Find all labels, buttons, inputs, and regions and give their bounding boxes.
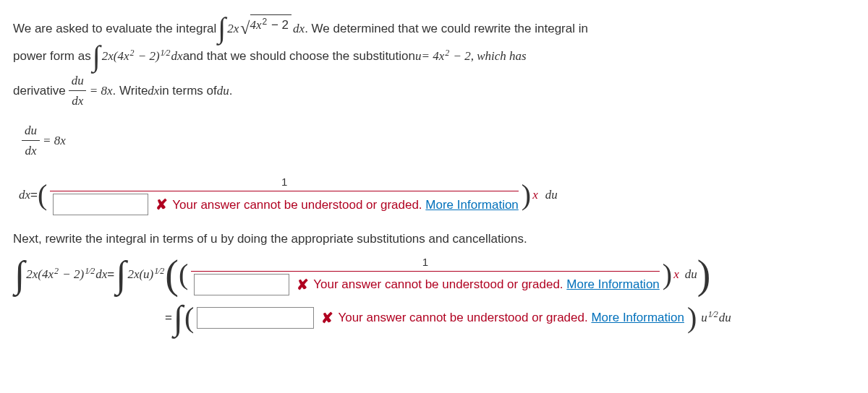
sqrt-icon: √ [240, 14, 250, 42]
more-info-link[interactable]: More Information [425, 195, 519, 215]
du: du [685, 264, 697, 284]
x-outside: x [532, 185, 538, 204]
wrong-icon: ✘ [156, 193, 168, 216]
power-form-line: power form as ∫ 2x(4x2 − 2)1⁄2 dx and th… [13, 46, 855, 66]
error-fraction: 1 ✘ Your answer cannot be understood or … [50, 173, 519, 216]
lhs: dx [19, 185, 30, 204]
eq: = [165, 308, 172, 327]
next-line: Next, rewrite the integral in terms of u… [13, 229, 855, 249]
answer-row-1: dx = ( 1 ✘ Your answer cannot be underst… [19, 173, 855, 216]
du: du [545, 185, 558, 204]
m: = 8x [90, 81, 113, 100]
u: u [415, 46, 422, 66]
eq: = [107, 264, 114, 284]
rhs: 2x(u)1⁄2 [127, 264, 165, 284]
answer-input-2[interactable] [194, 274, 289, 295]
answer-row-2: ∫ 2x(4x2 − 2)1⁄2dx = ∫ 2x(u)1⁄2 ( ( 1 ✘ … [13, 254, 855, 296]
fraction: du dx [22, 121, 40, 160]
error-fraction-2: 1 ✘ Your answer cannot be understood or … [191, 254, 660, 296]
derivative-line: derivative du dx = 8x . Write dx in term… [13, 71, 855, 111]
dx: dx [293, 19, 305, 38]
wrong-icon: ✘ [321, 306, 333, 329]
x-outside: x [673, 264, 679, 284]
more-info-link[interactable]: More Information [566, 275, 660, 294]
text: We are asked to evaluate the integral [13, 19, 216, 38]
answer-input-1[interactable] [53, 194, 148, 215]
fraction: du dx [69, 71, 87, 111]
text: and that we should choose the substituti… [183, 46, 415, 66]
error-message: Your answer cannot be understood or grad… [313, 275, 563, 294]
intro-line-1: We are asked to evaluate the integral ∫ … [13, 14, 855, 42]
error-message: Your answer cannot be understood or grad… [172, 195, 422, 215]
u-half-du: u1⁄2du [701, 308, 731, 327]
answer-input-3[interactable] [197, 307, 314, 329]
dx-i: dx [148, 81, 159, 100]
m: 2x(4x2 − 2)1⁄2 [102, 46, 171, 66]
sqrt: √ 4x2 − 2 [240, 14, 292, 42]
text: . Write [113, 81, 148, 100]
m: = 8x [43, 131, 66, 150]
error-message: Your answer cannot be understood or grad… [338, 308, 587, 327]
du-i: du [217, 81, 229, 100]
m: = 4x2 − 2, which has [421, 46, 526, 66]
eq: = [30, 185, 38, 204]
answer-row-3: = ∫ ( ✘ Your answer cannot be understood… [165, 306, 855, 329]
text: . [229, 81, 233, 100]
wrong-icon: ✘ [297, 273, 309, 296]
text: in terms of [159, 81, 216, 100]
m: 2x [227, 19, 239, 38]
eq-dudx: du dx = 8x [19, 121, 855, 160]
dx: dx [171, 46, 183, 66]
text: power form as [13, 46, 91, 66]
lhs: 2x(4x2 − 2)1⁄2dx [26, 264, 107, 284]
text: derivative [13, 81, 66, 100]
more-info-link[interactable]: More Information [591, 308, 684, 327]
text: . We determined that we could rewrite th… [305, 19, 588, 38]
